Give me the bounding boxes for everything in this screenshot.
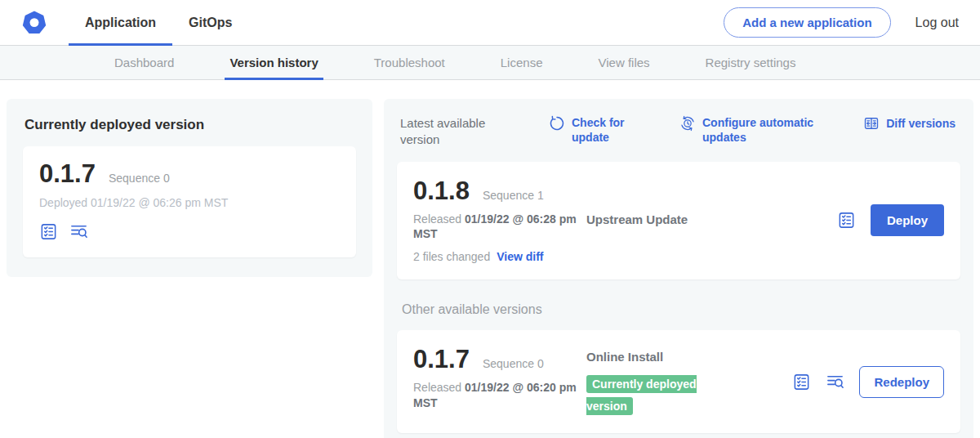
app-subnav: Dashboard Version history Troubleshoot L… [0, 46, 980, 80]
subnav-item-license[interactable]: License [473, 46, 571, 79]
latest-sequence-label: Sequence 1 [483, 189, 544, 202]
subnav-item-dashboard[interactable]: Dashboard [87, 46, 202, 79]
check-for-update-label: Check for update [572, 115, 630, 145]
diff-versions-label: Diff versions [886, 116, 956, 131]
config-checklist-icon[interactable] [39, 222, 58, 241]
other-released-date: Released 01/19/22 @ 06:20 pm MST [413, 380, 586, 411]
config-checklist-icon[interactable] [792, 373, 811, 391]
main-content: Currently deployed version 0.1.7 Sequenc… [0, 80, 980, 438]
configure-automatic-updates-label: Configure automatic updates [702, 115, 825, 145]
latest-version-source: Upstream Update [586, 178, 764, 264]
latest-available-title: Latest available version [400, 115, 505, 149]
auto-update-clock-icon [679, 115, 696, 132]
available-versions-panel: Latest available version Check for updat… [384, 99, 973, 438]
app-header: Application GitOps Add a new application… [0, 0, 980, 46]
subnav-item-version-history[interactable]: Version history [202, 46, 345, 79]
subnav-item-troubleshoot[interactable]: Troubleshoot [346, 46, 473, 79]
currently-deployed-title: Currently deployed version [24, 117, 354, 133]
add-new-application-button[interactable]: Add a new application [724, 7, 890, 38]
subnav-item-registry-settings[interactable]: Registry settings [678, 46, 824, 79]
latest-released-date: Released 01/19/22 @ 06:28 pm MST [413, 212, 586, 243]
currently-deployed-badge: Currently deployed version [586, 375, 697, 414]
other-available-versions-title: Other available versions [402, 302, 956, 317]
other-sequence-label: Sequence 0 [483, 357, 544, 370]
refresh-icon [549, 115, 565, 132]
tab-application[interactable]: Application [69, 0, 172, 45]
deploy-button[interactable]: Deploy [871, 204, 944, 236]
logout-button[interactable]: Log out [915, 16, 959, 30]
other-version-number: 0.1.7 [413, 346, 470, 372]
files-changed-label: 2 files changed [413, 250, 490, 263]
diff-versions-icon [863, 115, 880, 132]
view-logs-icon[interactable] [826, 373, 844, 391]
other-version-card: 0.1.7 Sequence 0 Released 01/19/22 @ 06:… [397, 330, 960, 433]
check-for-update-action[interactable]: Check for update [549, 115, 630, 145]
configure-automatic-updates-action[interactable]: Configure automatic updates [679, 115, 825, 145]
deployed-date: Deployed 01/19/22 @ 06:26 pm MST [39, 196, 340, 209]
deployed-version-card: 0.1.7 Sequence 0 Deployed 01/19/22 @ 06:… [23, 146, 356, 257]
subnav-item-view-files[interactable]: View files [570, 46, 677, 79]
view-diff-link[interactable]: View diff [497, 250, 543, 263]
latest-version-number: 0.1.8 [413, 178, 470, 203]
other-version-source: Online Install [586, 350, 764, 364]
deployed-sequence-label: Sequence 0 [109, 172, 170, 185]
currently-deployed-panel: Currently deployed version 0.1.7 Sequenc… [7, 99, 372, 277]
view-logs-icon[interactable] [69, 222, 88, 241]
config-checklist-icon[interactable] [837, 211, 856, 230]
tab-gitops[interactable]: GitOps [172, 0, 248, 45]
redeploy-button[interactable]: Redeploy [859, 366, 944, 398]
kots-logo-icon [21, 0, 47, 45]
latest-version-card: 0.1.8 Sequence 1 Released 01/19/22 @ 06:… [397, 162, 960, 280]
deployed-version-number: 0.1.7 [39, 161, 96, 186]
diff-versions-action[interactable]: Diff versions [863, 115, 956, 132]
